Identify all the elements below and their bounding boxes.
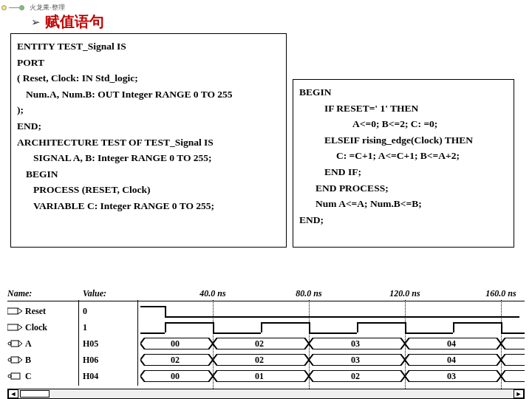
signal-value: H06 [83,355,140,366]
svg-rect-3 [11,341,18,347]
scroll-left-button[interactable]: ◄ [8,389,18,398]
bus-value: 02 [351,371,360,382]
bus-value: 03 [351,355,360,366]
signal-wave: 00020304 [140,335,525,352]
svg-point-4 [8,358,11,361]
logo-stem [9,7,19,8]
code-line: VARIABLE C: Integer RANGE 0 TO 255; [17,198,280,214]
signal-name: Clock [25,322,83,333]
bus-value: 02 [255,355,264,366]
tick-label: 80.0 ns [296,288,321,299]
code-line: PORT [17,55,280,71]
bus-value: 01 [255,371,264,382]
timing-header: Name: Value: 40.0 ns 80.0 ns 120.0 ns 16… [0,288,532,299]
code-line: Num.A, Num.B: OUT Integer RANGE 0 TO 255 [17,86,280,103]
bus-value: 03 [447,371,456,382]
svg-rect-1 [7,324,18,330]
code-line: C: =C+1; A<=C+1; B<=A+2; [299,148,508,164]
signal-internal-icon [7,372,25,381]
bus-value: 03 [351,338,360,349]
code-line: PROCESS (RESET, Clock) [17,182,280,198]
logo-text: 火龙果·整理 [30,3,65,13]
signal-out-icon [7,355,25,364]
code-line: ); [17,102,280,118]
code-line: ENTITY TEST_Signal IS [17,38,280,55]
svg-rect-5 [11,357,18,363]
code-line: END IF; [299,164,508,180]
bus-value: 04 [447,355,456,366]
bus-value: 02 [255,338,264,349]
divider-line [7,301,525,301]
scrollbar[interactable]: ◄ ► [7,389,525,399]
code-boxes: ENTITY TEST_Signal IS PORT ( Reset, Cloc… [0,32,532,248]
time-axis: 40.0 ns 80.0 ns 120.0 ns 160.0 ns [140,288,532,299]
signal-wave: 02020304 [140,352,525,368]
scroll-thumb[interactable] [20,390,50,398]
code-line: A<=0; B<=2; C: =0; [299,116,508,132]
title-row: ➢ 赋值语句 [0,12,532,32]
code-line: IF RESET=' 1' THEN [299,100,508,117]
bus-value: 00 [171,338,180,349]
bus-value: 02 [171,355,180,366]
signal-row-reset: Reset 0 [7,303,525,319]
bullet-arrow-icon: ➢ [31,16,41,29]
col-header-name: Name: [7,288,83,299]
svg-rect-7 [11,373,20,379]
signal-name: A [25,338,83,349]
tick-label: 40.0 ns [200,288,225,299]
code-line: END; [299,212,508,228]
signal-value: 0 [83,306,140,317]
svg-point-2 [8,342,11,345]
signal-value: 1 [83,322,140,333]
slide-title: 赋值语句 [45,12,104,32]
signal-wave [140,319,525,335]
wave-seg [165,316,519,318]
wave-edge [165,306,166,316]
code-line: END; [17,118,280,134]
col-header-value: Value: [83,288,140,299]
signal-name: Reset [25,306,83,317]
signal-rows: Reset 0 Clock 1 A H05 00020304 B H06 020… [7,303,525,384]
signal-row-a: A H05 00020304 [7,335,525,352]
code-line: ( Reset, Clock: IN Std_logic; [17,70,280,86]
signal-wave [140,303,525,319]
code-line: SIGNAL A, B: Integer RANGE 0 TO 255; [17,150,280,166]
bus-value: 04 [447,338,456,349]
signal-name: B [25,355,83,366]
wave-seg [140,306,165,307]
signal-out-icon [7,339,25,348]
scroll-right-button[interactable]: ► [514,389,524,398]
signal-value: H04 [83,371,140,382]
signal-row-clock: Clock 1 [7,319,525,335]
code-box-right: BEGIN IF RESET=' 1' THEN A<=0; B<=2; C: … [293,79,514,248]
signal-wave: 00010203 [140,368,525,384]
code-line: BEGIN [17,166,280,183]
signal-value: H05 [83,338,140,349]
code-line: ELSEIF rising_edge(Clock) THEN [299,132,508,149]
code-line: Num A<=A; Num.B<=B; [299,196,508,212]
signal-row-b: B H06 02020304 [7,352,525,368]
code-line: BEGIN [299,84,508,100]
bus-value: 00 [171,371,180,382]
tick-label: 120.0 ns [389,288,420,299]
logo-dot-yellow [1,5,7,10]
signal-in-icon [7,307,25,316]
signal-row-c: C H04 00010203 [7,368,525,384]
signal-name: C [25,371,83,382]
code-box-left: ENTITY TEST_Signal IS PORT ( Reset, Cloc… [10,33,287,248]
timing-diagram: Name: Value: 40.0 ns 80.0 ns 120.0 ns 16… [0,288,532,399]
tick-label: 160.0 ns [485,288,516,299]
svg-rect-0 [7,308,18,314]
code-line: ARCHITECTURE TEST OF TEST_Signal IS [17,134,280,151]
logo-dot-green [19,5,24,10]
code-line: END PROCESS; [299,180,508,197]
signal-in-icon [7,323,25,332]
svg-point-6 [8,375,11,378]
